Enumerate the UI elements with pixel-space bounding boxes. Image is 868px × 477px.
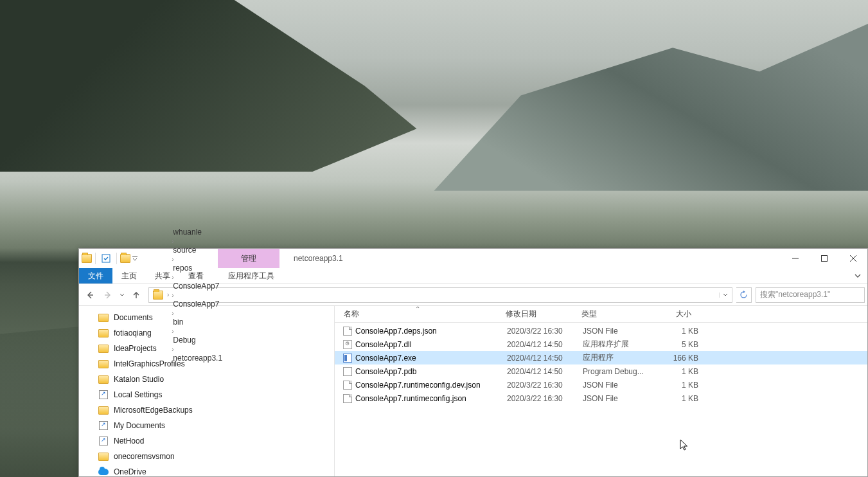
svg-rect-3	[821, 256, 827, 262]
search-input[interactable]: 搜索"netcoreapp3.1"	[756, 287, 865, 303]
file-date: 2020/4/12 14:50	[507, 340, 583, 349]
file-row[interactable]: ConsoleApp7.runtimeconfig.dev.json2020/3…	[335, 378, 867, 392]
chevron-right-icon[interactable]: ›	[170, 274, 175, 281]
ribbon-file-tab[interactable]: 文件	[79, 268, 112, 284]
window-title: netcoreapp3.1	[279, 249, 781, 268]
search-placeholder: 搜索"netcoreapp3.1"	[760, 289, 830, 300]
column-header-type[interactable]: 类型	[576, 309, 652, 320]
tree-item[interactable]: MicrosoftEdgeBackups	[79, 402, 334, 418]
navigation-bar: › whuanle›source›repos›ConsoleApp7›Conso…	[79, 284, 867, 306]
tree-item[interactable]: onecoremsvsmon	[79, 449, 334, 464]
tree-item-label: onecoremsvsmon	[114, 452, 175, 461]
breadcrumb-segment[interactable]: ConsoleApp7	[170, 282, 225, 291]
ribbon-tab-apptools[interactable]: 应用程序工具	[219, 268, 283, 284]
qat-properties-button[interactable]	[99, 251, 113, 266]
file-type: JSON File	[583, 327, 659, 336]
forward-button[interactable]	[100, 287, 116, 303]
file-exe-icon	[341, 354, 354, 363]
maximize-button[interactable]	[810, 249, 838, 268]
file-name: ConsoleApp7.dll	[354, 340, 507, 349]
file-row[interactable]: ConsoleApp7.deps.json2020/3/22 16:30JSON…	[335, 324, 867, 338]
back-button[interactable]	[82, 287, 98, 303]
tree-item[interactable]: Documents	[79, 310, 334, 325]
file-size: 1 KB	[659, 381, 710, 390]
chevron-right-icon[interactable]: ›	[170, 256, 175, 263]
tree-item[interactable]: IdeaProjects	[79, 341, 334, 356]
up-button[interactable]	[128, 287, 145, 303]
svg-rect-1	[132, 256, 137, 257]
tree-item-label: IntelGraphicsProfiles	[114, 359, 185, 368]
file-date: 2020/3/22 16:30	[507, 394, 583, 403]
window-icon[interactable]	[82, 254, 92, 263]
tree-item-label: My Documents	[114, 421, 165, 430]
tree-item-label: Documents	[114, 313, 153, 322]
qat-customize-dropdown[interactable]	[132, 256, 138, 261]
tree-item-label: fotiaoqiang	[114, 328, 152, 338]
breadcrumb-segment[interactable]: repos	[170, 264, 225, 273]
chevron-right-icon[interactable]: ›	[170, 238, 175, 245]
file-size: 1 KB	[659, 367, 710, 376]
file-row[interactable]: ConsoleApp7.dll2020/4/12 14:50应用程序扩展5 KB	[335, 338, 867, 351]
folder-icon	[98, 343, 109, 354]
file-size: 1 KB	[659, 394, 710, 403]
tree-item-label: Katalon Studio	[114, 375, 164, 384]
navigation-pane[interactable]: DocumentsfotiaoqiangIdeaProjectsIntelGra…	[79, 306, 335, 476]
file-row[interactable]: ConsoleApp7.runtimeconfig.json2020/3/22 …	[335, 392, 867, 405]
tree-item[interactable]: Local Settings	[79, 387, 334, 402]
file-json-icon	[341, 381, 354, 390]
folder-icon	[98, 359, 109, 369]
file-type: 应用程序扩展	[583, 339, 659, 350]
folder-icon	[98, 451, 109, 462]
tree-item-label: OneDrive	[114, 467, 146, 476]
address-dropdown-button[interactable]	[719, 292, 731, 298]
breadcrumb-segment[interactable]: whuanle	[170, 228, 225, 237]
file-pdb-icon	[341, 367, 354, 376]
tree-item[interactable]: fotiaoqiang	[79, 325, 334, 341]
file-row[interactable]: ConsoleApp7.exe2020/4/12 14:50应用程序166 KB	[335, 351, 867, 364]
file-list-pane: ⌃ 名称 修改日期 类型 大小 ConsoleApp7.deps.json202…	[335, 306, 867, 476]
file-name: ConsoleApp7.pdb	[354, 367, 507, 376]
refresh-button[interactable]	[736, 287, 752, 303]
sort-indicator-icon: ⌃	[415, 306, 420, 312]
close-button[interactable]	[838, 249, 867, 268]
file-size: 1 KB	[659, 327, 710, 336]
tree-item[interactable]: My Documents	[79, 418, 334, 433]
tree-item[interactable]: OneDrive	[79, 464, 334, 476]
ribbon-expand-button[interactable]	[848, 268, 867, 284]
recent-locations-dropdown[interactable]	[118, 292, 127, 298]
chevron-right-icon[interactable]: ›	[166, 291, 170, 298]
column-header-date[interactable]: 修改日期	[500, 309, 576, 320]
file-size: 5 KB	[659, 340, 710, 349]
file-date: 2020/4/12 14:50	[507, 354, 583, 363]
folder-icon	[98, 328, 109, 338]
breadcrumb-segment[interactable]: source	[170, 246, 225, 255]
address-folder-icon	[153, 291, 163, 300]
file-explorer-window: 管理 netcoreapp3.1 文件 主页 共享 查看 应用程序工具 › wh…	[78, 248, 868, 477]
contextual-tab-label: 管理	[218, 249, 279, 268]
chevron-right-icon[interactable]: ›	[170, 292, 175, 299]
tree-item-label: IdeaProjects	[114, 344, 157, 353]
file-name: ConsoleApp7.deps.json	[354, 327, 507, 336]
folder-icon	[98, 312, 109, 323]
file-date: 2020/3/22 16:30	[507, 381, 583, 390]
tree-item[interactable]: Katalon Studio	[79, 372, 334, 387]
address-bar[interactable]: › whuanle›source›repos›ConsoleApp7›Conso…	[148, 287, 732, 303]
quick-access-toolbar	[79, 249, 141, 268]
qat-newfolder-button[interactable]	[120, 254, 130, 263]
svg-rect-0	[102, 255, 110, 262]
minimize-button[interactable]	[781, 249, 810, 268]
tree-item-label: NetHood	[114, 437, 144, 446]
column-header-size[interactable]: 大小	[652, 309, 704, 320]
link-icon	[98, 436, 109, 446]
link-icon	[98, 390, 109, 400]
file-name: ConsoleApp7.runtimeconfig.dev.json	[354, 381, 507, 390]
file-size: 166 KB	[659, 354, 710, 363]
tree-item-label: MicrosoftEdgeBackups	[114, 406, 193, 415]
folder-icon	[98, 405, 109, 415]
ribbon-tab-home[interactable]: 主页	[112, 268, 146, 284]
tree-item[interactable]: IntelGraphicsProfiles	[79, 356, 334, 372]
folder-icon	[98, 374, 109, 384]
file-row[interactable]: ConsoleApp7.pdb2020/4/12 14:50Program De…	[335, 364, 867, 378]
column-headers: ⌃ 名称 修改日期 类型 大小	[335, 306, 867, 323]
tree-item[interactable]: NetHood	[79, 433, 334, 449]
